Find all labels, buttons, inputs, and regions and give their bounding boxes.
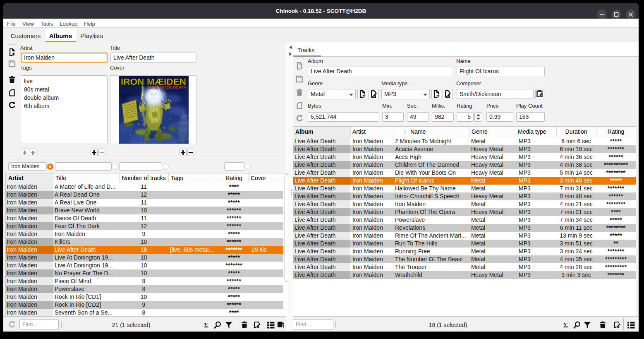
svg-text:LIVE AFTER DEATH: LIVE AFTER DEATH: [149, 85, 186, 89]
